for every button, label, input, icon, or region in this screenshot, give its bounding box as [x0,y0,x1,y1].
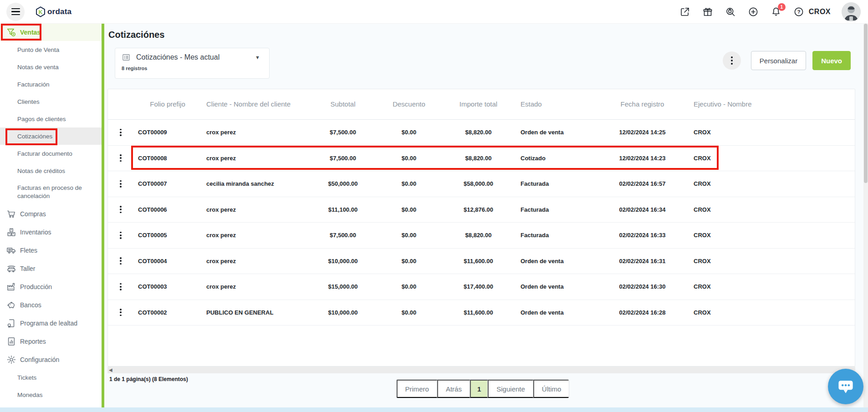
sidebar-item-label: Taller [20,265,35,272]
cell-ejecutivo: CROX [689,206,855,213]
sidebar-item-pagos-de-clientes[interactable]: Pagos de clientes [0,110,102,127]
column-header-fecha-registro[interactable]: Fecha registro [596,100,689,109]
view-selector-label: Cotizaciónes - Mes actual [136,53,220,61]
table-row-cot00004[interactable]: COT00004crox perez$10,000.00$0.00$11,600… [108,249,855,275]
boxes-icon [6,227,16,237]
sidebar-item-label: Punto de Venta [17,46,59,53]
sidebar-item-notas-de-venta[interactable]: Notas de venta [0,58,102,76]
column-header-folio-prefijo[interactable]: Folio prefijo [133,100,202,109]
pagination-summary: 1 de 1 página(s) (8 Elementos) [109,376,188,382]
horizontal-scrollbar[interactable]: ◀ [107,366,855,373]
table-row-cot00007[interactable]: COT00007cecilia miranda sanchez$50,000.0… [108,171,855,197]
sidebar-item-facturacion[interactable]: Facturación [0,76,102,93]
sidebar-item-inventarios[interactable]: Inventarios [0,223,102,241]
row-actions-button[interactable] [108,232,133,239]
sidebar-item-fletes[interactable]: Fletes [0,241,102,259]
pagination-ultimo[interactable]: Último [533,380,569,398]
column-header-subtotal[interactable]: Subtotal [309,100,377,109]
sidebar-item-punto-de-venta[interactable]: Punto de Venta [0,41,102,58]
cell-cliente: crox perez [202,206,309,213]
sidebar-item-facturas-en-proceso-de-cancelacion[interactable]: Facturas en proceso de cancelación [0,179,102,205]
sidebar-item-taller[interactable]: Taller [0,259,102,278]
sidebar-item-ventas[interactable]: $Ventas [0,24,102,41]
sidebar-item-facturar-documento[interactable]: Facturar documento [0,145,102,162]
scroll-left-arrow-icon[interactable]: ◀ [107,367,112,372]
column-header-ejecutivo-nombre[interactable]: Ejecutivo - Nombre [689,100,855,109]
sidebar-item-configuracion[interactable]: Configuración [0,351,102,369]
sidebar-item-bancos[interactable]: Bancos [0,296,102,314]
help-icon[interactable]: ? [793,6,804,17]
cell-estado: Orden de venta [516,309,596,316]
sidebar-item-produccion[interactable]: Producción [0,278,102,296]
cell-importe: $8,820.00 [441,155,516,162]
sidebar-item-cotizaciones[interactable]: Cotizaciónes [0,127,102,145]
cell-importe: $8,820.00 [441,232,516,239]
view-selector[interactable]: Cotizaciónes - Mes actual ▼ 8 registros [115,48,270,79]
personalize-button[interactable]: Personalizar [751,51,806,70]
sidebar-item-clientes[interactable]: Clientes [0,93,102,110]
sidebar-item-compras[interactable]: Compras [0,205,102,223]
column-header-descuento[interactable]: Descuento [377,100,441,109]
add-circle-icon[interactable] [748,6,759,17]
table-row-cot00003[interactable]: COT00003crox perez$15,000.00$0.00$17,400… [108,274,855,300]
sidebar-item-label: Pagos de clientes [17,116,66,122]
cell-importe: $11,600.00 [441,258,516,264]
row-actions-button[interactable] [108,309,133,316]
cell-fecha: 02/02/2024 16:30 [596,283,689,290]
column-header-cliente-nombre-del-cliente[interactable]: Cliente - Nombre del cliente [202,100,309,109]
brand-text: ordata [47,7,71,16]
gift-icon[interactable] [702,6,713,17]
cell-fecha: 02/02/2024 16:28 [596,309,689,316]
sidebar-item-label: Fletes [20,247,37,254]
cell-descuento: $0.00 [377,206,441,213]
cell-folio: COT00003 [133,283,202,290]
loyalty-icon [6,318,16,328]
row-actions-button[interactable] [108,206,133,213]
table-row-cot00008[interactable]: COT00008crox perez$7,500.00$0.00$8,820.0… [108,146,855,172]
vertical-scrollbar[interactable] [863,24,868,407]
pagination-1[interactable]: 1 [470,380,488,398]
column-header-estado[interactable]: Estado [516,100,596,109]
pagination-atras[interactable]: Atrás [437,380,470,398]
avatar[interactable] [842,2,861,21]
sidebar-item-reportes[interactable]: Reportes [0,332,102,351]
cell-folio: COT00005 [133,232,202,239]
sidebar-item-monedas[interactable]: Monedas [0,386,102,403]
svg-text:$: $ [13,33,15,36]
column-header-importe-total[interactable]: Importe total [441,100,516,109]
row-actions-button[interactable] [108,283,133,290]
pagination-primero[interactable]: Primero [396,380,437,398]
topbar: K ordata 1? CROX [0,0,868,24]
report-icon [6,336,16,346]
row-actions-button[interactable] [108,129,133,136]
cell-estado: Cotizado [516,155,596,162]
row-actions-button[interactable] [108,257,133,264]
menu-toggle-button[interactable] [6,3,25,21]
cell-subtotal: $7,500.00 [309,155,377,162]
sidebar-item-label: Bancos [20,301,41,309]
row-actions-button[interactable] [108,180,133,188]
search-icon[interactable] [725,6,736,17]
table-row-cot00005[interactable]: COT00005crox perez$7,500.00$0.00$8,820.0… [108,223,855,249]
cell-ejecutivo: CROX [689,283,855,290]
records-count: 8 registros [122,66,263,71]
cell-subtotal: $11,100.00 [309,206,377,213]
sidebar-item-tickets[interactable]: Tickets [0,369,102,386]
quotes-table: Folio prefijoCliente - Nombre del client… [107,89,855,366]
cell-descuento: $0.00 [377,232,441,239]
sidebar-item-programa-de-lealtad[interactable]: Programa de lealtad [0,314,102,332]
table-row-cot00006[interactable]: COT00006crox perez$11,100.00$0.00$12,876… [108,197,855,223]
chat-widget-button[interactable] [828,369,863,404]
pagination-siguiente[interactable]: Siguiente [488,380,533,398]
cell-ejecutivo: CROX [689,232,855,239]
row-actions-button[interactable] [108,154,133,162]
table-row-cot00009[interactable]: COT00009crox perez$7,500.00$0.00$8,820.0… [108,120,855,146]
more-options-button[interactable] [723,51,741,70]
cell-importe: $58,000.00 [441,180,516,187]
sidebar-item-notas-de-creditos[interactable]: Notas de créditos [0,162,102,179]
notifications-icon[interactable]: 1 [771,6,781,17]
open-in-new-icon[interactable] [679,6,690,17]
table-row-cot00002[interactable]: COT00002PUBLICO EN GENERAL$10,000.00$0.0… [108,300,855,326]
new-button[interactable]: Nuevo [812,51,851,70]
cell-importe: $8,820.00 [441,129,516,136]
